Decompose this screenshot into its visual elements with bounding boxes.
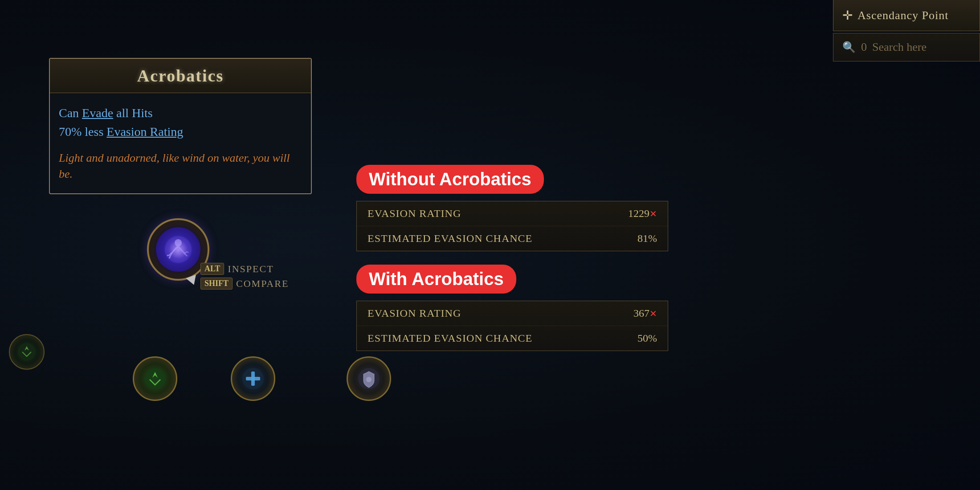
svg-rect-14	[246, 377, 260, 380]
without-evasion-rating-value: 1229✕	[628, 208, 657, 220]
tooltip-body: Can Evade all Hits 70% less Evasion Rati…	[50, 93, 311, 193]
acrobatics-skill-node[interactable]	[147, 218, 209, 281]
with-evasion-rating-row: Evasion Rating 367✕	[357, 301, 668, 326]
bottom-node-2-icon	[240, 365, 266, 392]
alt-key-badge: ALT	[200, 263, 224, 275]
without-evasion-rating-row: Evasion Rating 1229✕	[357, 201, 668, 226]
inspect-label: INSPECT	[228, 263, 274, 275]
with-estimated-evasion-value: 50%	[637, 332, 657, 344]
with-acrobatics-section: With Acrobatics Evasion Rating 367✕ Esti…	[356, 265, 668, 351]
skill-node-inner	[156, 227, 200, 272]
bottom-node-2[interactable]	[231, 356, 275, 401]
search-box[interactable]: 🔍 0	[833, 33, 980, 61]
with-evasion-rating-label: Evasion Rating	[368, 307, 461, 319]
tooltip-stat-line-2: 70% less Evasion Rating	[59, 122, 302, 141]
comparison-area: Without Acrobatics Evasion Rating 1229✕ …	[356, 165, 668, 364]
with-evasion-rating-value: 367✕	[633, 307, 657, 319]
tooltip-flavor-text: Light and unadorned, like wind on water,…	[59, 150, 302, 183]
tooltip-title-bar: Acrobatics	[50, 59, 311, 93]
without-estimated-evasion-row: Estimated Evasion Chance 81%	[357, 226, 668, 251]
ascendancy-point-button[interactable]: ✛ Ascendancy Point	[833, 0, 980, 31]
x-mark-icon: ✕	[649, 209, 657, 219]
context-item-inspect[interactable]: ALT INSPECT	[200, 263, 289, 275]
search-icon: 🔍	[842, 41, 856, 53]
search-count: 0	[861, 41, 867, 54]
without-estimated-evasion-label: Estimated Evasion Chance	[368, 233, 532, 245]
compare-label: COMPARE	[236, 278, 289, 290]
left-skill-node[interactable]	[9, 334, 45, 370]
bottom-node-3[interactable]	[347, 356, 391, 401]
with-estimated-evasion-row: Estimated Evasion Chance 50%	[357, 326, 668, 351]
tooltip-stat-line-1: Can Evade all Hits	[59, 104, 302, 122]
acrobatics-tooltip: Acrobatics Can Evade all Hits 70% less E…	[49, 58, 312, 194]
with-acrobatics-badge: With Acrobatics	[356, 265, 516, 294]
svg-point-10	[18, 343, 36, 361]
svg-point-11	[144, 368, 166, 389]
svg-point-16	[366, 377, 372, 382]
plus-icon: ✛	[842, 8, 853, 23]
bottom-node-3-icon	[355, 365, 382, 392]
search-input[interactable]	[872, 41, 971, 54]
without-acrobatics-section: Without Acrobatics Evasion Rating 1229✕ …	[356, 165, 668, 251]
tooltip-title: Acrobatics	[59, 66, 302, 86]
top-right-panel: ✛ Ascendancy Point 🔍 0	[833, 0, 980, 61]
without-acrobatics-stats-panel: Evasion Rating 1229✕ Estimated Evasion C…	[356, 201, 668, 251]
bottom-node-1-icon	[142, 365, 168, 392]
bottom-node-1[interactable]	[133, 356, 177, 401]
without-estimated-evasion-value: 81%	[637, 233, 657, 245]
without-acrobatics-badge: Without Acrobatics	[356, 165, 544, 194]
tooltip-stats: Can Evade all Hits 70% less Evasion Rati…	[59, 104, 302, 141]
with-estimated-evasion-label: Estimated Evasion Chance	[368, 332, 532, 344]
context-item-compare[interactable]: SHIFT COMPARE	[200, 278, 289, 290]
without-evasion-rating-label: Evasion Rating	[368, 208, 461, 220]
left-node-icon	[16, 341, 38, 363]
x-mark-2-icon: ✕	[649, 309, 657, 318]
context-menu: ALT INSPECT SHIFT COMPARE	[200, 263, 289, 292]
shift-key-badge: SHIFT	[200, 278, 233, 290]
skill-node-glow	[165, 236, 192, 263]
with-acrobatics-stats-panel: Evasion Rating 367✕ Estimated Evasion Ch…	[356, 301, 668, 351]
ascendancy-label: Ascendancy Point	[858, 9, 948, 22]
